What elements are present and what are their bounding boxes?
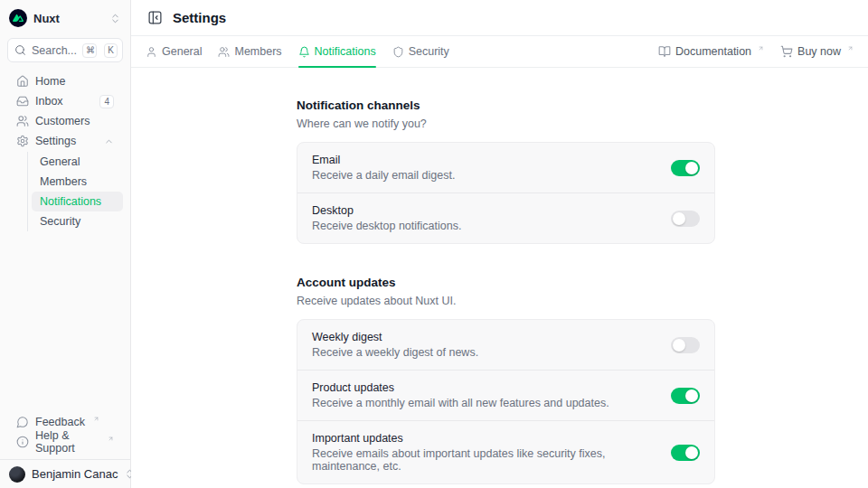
tab-general[interactable]: General: [146, 36, 202, 67]
tab-label: Members: [234, 45, 281, 58]
notification-channels-section: Notification channels Where can we notif…: [297, 99, 715, 244]
sidebar-item-label: Settings: [35, 135, 76, 147]
setting-description: Receive a daily email digest.: [312, 169, 455, 182]
search-input[interactable]: Search... ⌘ K: [7, 38, 123, 62]
setting-row-product-updates: Product updates Receive a monthly email …: [297, 370, 714, 420]
sidebar-item-general[interactable]: General: [32, 152, 123, 172]
collapse-sidebar-button[interactable]: [146, 8, 165, 27]
tab-members[interactable]: Members: [218, 36, 281, 67]
setting-title: Weekly digest: [312, 331, 478, 343]
setting-row-important-updates: Important updates Receive emails about i…: [297, 420, 714, 483]
setting-description: Receive desktop notifications.: [312, 220, 461, 232]
inbox-count-badge: 4: [99, 95, 114, 108]
setting-description: Receive a weekly digest of news.: [312, 346, 478, 359]
user-icon: [146, 46, 157, 58]
footer-item-label: Help & Support: [35, 429, 99, 455]
sidebar-item-settings[interactable]: Settings: [7, 131, 123, 151]
help-support-link[interactable]: Help & Support: [7, 432, 123, 452]
sidebar-item-home[interactable]: Home: [7, 71, 123, 91]
users-icon: [218, 46, 230, 58]
sidebar-item-inbox[interactable]: Inbox 4: [7, 91, 123, 111]
sidebar-item-label: Customers: [35, 115, 90, 127]
tab-label: Notifications: [315, 45, 376, 58]
sidebar-item-customers[interactable]: Customers: [7, 111, 123, 131]
user-name: Benjamin Canac: [32, 467, 118, 481]
users-icon: [16, 115, 29, 127]
tab-security[interactable]: Security: [392, 36, 449, 67]
setting-row-weekly-digest: Weekly digest Receive a weekly digest of…: [297, 320, 714, 370]
weekly-digest-toggle[interactable]: [671, 337, 700, 353]
search-icon: [14, 44, 26, 56]
external-link-icon: [108, 436, 114, 442]
sidebar-item-label: Notifications: [40, 195, 101, 208]
chat-bubble-icon: [16, 416, 29, 428]
sidebar-item-security[interactable]: Security: [32, 211, 123, 231]
inbox-icon: [16, 95, 29, 108]
tab-notifications[interactable]: Notifications: [298, 36, 376, 67]
footer-item-label: Feedback: [35, 416, 85, 428]
setting-title: Desktop: [312, 204, 461, 217]
settings-subnav: General Members Notifications Security: [27, 152, 123, 231]
main-panel: Settings General Members Notifications S…: [131, 0, 868, 488]
buy-now-link[interactable]: Buy now: [780, 45, 854, 58]
kbd-k: K: [104, 43, 118, 58]
page-header: Settings: [131, 0, 868, 36]
external-link-icon: [758, 45, 764, 52]
settings-content: Notification channels Where can we notif…: [131, 68, 868, 488]
external-link-icon: [93, 416, 99, 422]
avatar: [9, 466, 25, 483]
info-circle-icon: [16, 436, 29, 448]
setting-row-email: Email Receive a daily email digest.: [297, 143, 714, 192]
setting-row-desktop: Desktop Receive desktop notifications.: [297, 192, 714, 243]
section-title: Account updates: [297, 276, 715, 289]
product-updates-toggle[interactable]: [671, 388, 700, 404]
home-icon: [16, 75, 29, 88]
settings-card: Weekly digest Receive a weekly digest of…: [297, 319, 715, 484]
external-link-icon: [847, 45, 854, 52]
tab-label: Security: [409, 45, 449, 58]
chevron-up-down-icon: [109, 13, 121, 24]
search-placeholder: Search...: [32, 44, 77, 57]
section-title: Notification channels: [297, 99, 715, 112]
shield-icon: [392, 46, 404, 58]
sidebar-item-label: Security: [40, 215, 80, 228]
kbd-meta: ⌘: [82, 43, 97, 58]
setting-title: Email: [312, 154, 455, 166]
setting-title: Important updates: [312, 432, 656, 445]
section-description: Where can we notify you?: [297, 117, 715, 130]
workspace-name: Nuxt: [33, 12, 60, 25]
desktop-toggle[interactable]: [671, 211, 700, 227]
important-updates-toggle[interactable]: [671, 445, 700, 461]
workspace-switcher[interactable]: Nuxt: [7, 7, 123, 29]
sidebar-item-label: Home: [35, 75, 65, 88]
action-label: Buy now: [797, 45, 841, 58]
email-toggle[interactable]: [671, 160, 700, 176]
sidebar-item-members[interactable]: Members: [32, 172, 123, 192]
bell-icon: [298, 46, 310, 58]
account-updates-section: Account updates Receive updates about Nu…: [297, 276, 715, 484]
setting-description: Receive a monthly email with all new fea…: [312, 397, 609, 409]
setting-description: Receive emails about important updates l…: [312, 447, 656, 473]
section-description: Receive updates about Nuxt UI.: [297, 295, 715, 307]
tab-label: General: [162, 45, 202, 58]
sidebar-item-label: General: [40, 155, 80, 168]
gear-icon: [16, 135, 29, 147]
shopping-cart-icon: [780, 45, 793, 58]
settings-card: Email Receive a daily email digest. Desk…: [297, 142, 715, 244]
setting-title: Product updates: [312, 381, 609, 394]
sidebar-item-label: Members: [40, 175, 87, 188]
chevron-up-icon: [104, 136, 114, 146]
nuxt-logo: [9, 9, 27, 27]
sidebar-item-label: Inbox: [35, 95, 63, 108]
book-open-icon: [658, 45, 671, 58]
page-title: Settings: [173, 10, 226, 25]
documentation-link[interactable]: Documentation: [658, 45, 764, 58]
action-label: Documentation: [675, 45, 751, 58]
sidebar: Nuxt Search... ⌘ K Home Inbox 4: [0, 0, 131, 488]
user-menu[interactable]: Benjamin Canac: [7, 466, 123, 483]
settings-tabbar: General Members Notifications Security: [131, 36, 868, 68]
sidebar-item-notifications[interactable]: Notifications: [32, 192, 123, 211]
